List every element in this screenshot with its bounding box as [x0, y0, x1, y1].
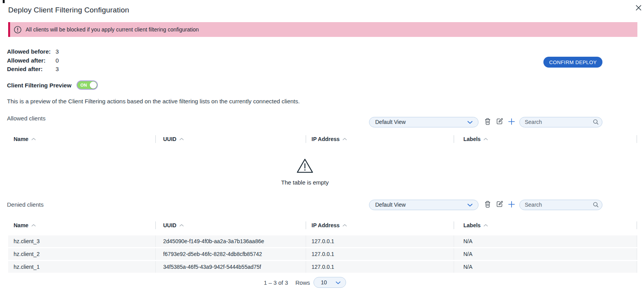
- denied-search-box: [519, 200, 602, 210]
- chevron-down-icon: [467, 204, 473, 207]
- empty-state-text: The table is empty: [8, 179, 602, 186]
- table-row[interactable]: hz.client_1 34f5385a-46f5-43a9-942f-5444…: [8, 261, 637, 273]
- close-icon[interactable]: [634, 3, 643, 13]
- empty-state: [8, 158, 602, 176]
- allowed-search-box: [519, 117, 602, 127]
- pagination-bar: 1 – 3 of 3 Rows 10: [8, 277, 602, 288]
- warning-banner: All clients will be blocked if you apply…: [8, 22, 637, 37]
- plus-icon: [508, 200, 515, 209]
- column-header-ip[interactable]: IP Address: [312, 134, 347, 144]
- column-divider: [306, 221, 306, 229]
- page-title: Deploy Client Filtering Configuration: [8, 5, 129, 15]
- add-view-button[interactable]: [508, 117, 515, 127]
- sort-chevron-icon: [343, 138, 347, 140]
- column-header-labels[interactable]: Labels: [463, 220, 488, 230]
- warning-triangle-icon: [296, 169, 314, 175]
- allowed-table-controls: Default View: [369, 117, 602, 127]
- chevron-down-icon: [336, 281, 341, 284]
- stat-allowed-before: Allowed before: 3: [7, 47, 59, 56]
- add-view-button[interactable]: [508, 200, 515, 209]
- denied-table-header: Name UUID IP Address Labels: [8, 220, 637, 230]
- sort-chevron-icon: [31, 224, 36, 226]
- sort-chevron-icon: [31, 138, 36, 140]
- client-filtering-preview-toggle[interactable]: ON: [77, 80, 98, 90]
- search-input[interactable]: [519, 200, 602, 210]
- preview-description: This is a preview of the Client Filterin…: [7, 98, 300, 104]
- sort-chevron-icon: [179, 224, 184, 226]
- allowed-clients-title: Allowed clients: [7, 115, 45, 122]
- deploy-client-filtering-dialog: Deploy Client Filtering Configuration Al…: [0, 0, 644, 296]
- column-divider: [306, 135, 306, 143]
- column-divider: [454, 221, 454, 229]
- allowed-view-select[interactable]: Default View: [369, 117, 479, 127]
- sort-chevron-icon: [343, 224, 347, 226]
- warning-text: All clients will be blocked if you apply…: [26, 26, 199, 33]
- column-header-labels[interactable]: Labels: [463, 134, 488, 144]
- sort-chevron-icon: [179, 138, 184, 140]
- sort-chevron-icon: [484, 138, 488, 140]
- stat-value: 3: [56, 65, 59, 73]
- deploy-stats: Allowed before: 3 Allowed after: 0 Denie…: [7, 47, 59, 74]
- denied-view-select[interactable]: Default View: [369, 200, 479, 210]
- stat-denied-after: Denied after: 3: [7, 65, 59, 73]
- denied-table-controls: Default View: [369, 199, 602, 210]
- column-divider: [637, 135, 637, 143]
- column-header-name[interactable]: Name: [14, 134, 36, 144]
- stat-allowed-after: Allowed after: 0: [7, 56, 59, 65]
- column-divider: [454, 135, 454, 143]
- edit-view-button[interactable]: [496, 117, 503, 127]
- trash-icon: [484, 200, 491, 209]
- sort-chevron-icon: [484, 224, 488, 226]
- column-divider: [155, 135, 156, 143]
- edit-icon: [496, 118, 503, 126]
- preview-toggle-label: Client Filtering Preview: [7, 82, 71, 89]
- client-filtering-preview-row: Client Filtering Preview ON: [7, 80, 98, 90]
- stat-value: 3: [56, 47, 59, 56]
- table-row[interactable]: hz.client_3 2d45090e-f149-4f0b-aa2a-3a7b…: [8, 235, 637, 247]
- chevron-down-icon: [467, 121, 473, 124]
- column-header-name[interactable]: Name: [14, 220, 36, 230]
- table-row[interactable]: hz.client_2 f6793e92-d5eb-46fc-8282-4db8…: [8, 248, 637, 260]
- column-divider: [155, 221, 156, 229]
- search-input[interactable]: [519, 117, 602, 127]
- delete-view-button[interactable]: [484, 117, 491, 127]
- stat-value: 0: [56, 56, 59, 65]
- alert-circle-icon: [14, 26, 22, 34]
- confirm-deploy-button[interactable]: CONFIRM DEPLOY: [543, 57, 602, 68]
- pagination-range: 1 – 3 of 3: [264, 279, 288, 286]
- rows-per-page-select[interactable]: 10: [313, 277, 346, 288]
- column-header-uuid[interactable]: UUID: [163, 134, 184, 144]
- plus-icon: [508, 118, 515, 127]
- allowed-table-header: Name UUID IP Address Labels: [8, 134, 637, 144]
- toggle-knob: [90, 82, 97, 89]
- edit-icon: [496, 200, 503, 209]
- cursor-artifact: [3, 0, 5, 3]
- denied-clients-title: Denied clients: [7, 201, 44, 209]
- delete-view-button[interactable]: [484, 200, 491, 209]
- column-header-uuid[interactable]: UUID: [163, 220, 184, 230]
- column-divider: [637, 221, 637, 229]
- trash-icon: [484, 118, 491, 126]
- column-header-ip[interactable]: IP Address: [312, 220, 347, 230]
- toggle-state-label: ON: [80, 81, 87, 89]
- edit-view-button[interactable]: [496, 200, 503, 209]
- rows-per-page-label: Rows: [296, 279, 310, 286]
